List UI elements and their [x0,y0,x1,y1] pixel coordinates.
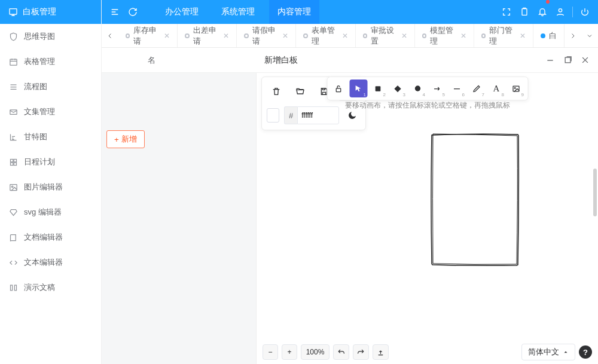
code-icon [8,258,18,267]
color-swatch[interactable] [267,108,279,123]
plus-icon: + [114,135,119,144]
diamond-tool[interactable]: 3 [389,79,407,97]
mail-icon [8,107,18,117]
canvas-rectangle-shape[interactable] [430,133,520,267]
add-button[interactable]: + 新增 [106,130,145,148]
sidebar-item-table[interactable]: 表格管理 [0,49,101,74]
tabs-scroll-right[interactable] [565,24,581,47]
upload-button[interactable] [373,344,389,360]
svg-rect-17 [336,88,341,91]
bell-icon[interactable] [536,6,548,18]
maximize-icon[interactable] [563,56,572,65]
power-icon[interactable] [579,6,591,18]
sidebar-item-label: 图片编辑器 [24,182,63,192]
sidebar-item-schedule[interactable]: 日程计划 [0,149,101,175]
sidebar-item-label: svg 编辑器 [24,207,62,218]
svg-rect-4 [14,159,16,161]
open-button[interactable] [291,82,310,101]
vertical-scrollbar[interactable] [593,169,597,216]
chevron-up-icon [563,349,569,355]
close-icon[interactable]: ✕ [164,32,170,40]
svg-rect-20 [513,86,519,91]
close-icon[interactable]: ✕ [460,32,466,40]
file-tab[interactable]: 表单管理✕ [296,24,355,47]
svg-rect-7 [10,184,16,190]
sidebar-item-text-editor[interactable]: 文本编辑器 [0,250,101,275]
sidebar-item-mindmap[interactable]: 思维导图 [0,24,101,49]
close-icon[interactable]: ✕ [282,32,288,40]
svg-rect-13 [565,57,570,63]
file-tab-active[interactable]: 白 [533,24,565,47]
nav-tab-system[interactable]: 系统管理 [213,0,263,24]
sidebar-item-collection[interactable]: 文集管理 [0,99,101,124]
file-tab[interactable]: 库存申请✕ [118,24,178,47]
zoom-out-button[interactable]: − [263,344,278,360]
svg-rect-15 [322,88,325,90]
svg-rect-5 [10,163,13,165]
file-tab[interactable]: 模型管理✕ [415,24,474,47]
file-tab[interactable]: 部门管理✕ [474,24,533,47]
svg-point-19 [414,85,420,91]
refresh-icon[interactable] [127,6,139,18]
tab-dot-icon [541,33,545,38]
tab-dot-icon [422,33,426,38]
svg-rect-11 [522,9,527,16]
columns-icon [8,283,18,292]
user-icon[interactable] [554,6,566,18]
svg-rect-3 [10,159,13,161]
redo-button[interactable] [353,344,369,360]
shape-toolbar: 1 2 3 4 5 6 7 A8 9 [327,77,528,100]
sidebar-item-label: 文集管理 [24,106,55,117]
fullscreen-icon[interactable] [501,6,512,18]
clipboard-icon[interactable] [518,6,530,18]
minimize-icon[interactable] [545,56,555,65]
column-label: 名 [148,55,155,66]
lock-tool[interactable] [329,79,347,97]
select-tool[interactable]: 1 [349,79,367,97]
close-icon[interactable]: ✕ [520,32,526,40]
sidebar-item-svg-editor[interactable]: svg 编辑器 [0,200,101,225]
svg-rect-9 [10,285,12,290]
nav-tab-office[interactable]: 办公管理 [157,0,207,24]
draw-tool[interactable]: 7 [468,79,486,97]
tabs-dropdown[interactable] [581,24,598,47]
file-tab[interactable]: 请假申请✕ [237,24,296,47]
sidebar-item-presentation[interactable]: 演示文稿 [0,275,101,300]
file-tab[interactable]: 出差申请✕ [178,24,237,47]
file-tab[interactable]: 审批设置✕ [356,24,415,47]
tabs-scroll-left[interactable] [102,24,118,47]
hex-input[interactable] [297,106,339,124]
close-icon[interactable]: ✕ [401,32,407,40]
rectangle-tool[interactable]: 2 [369,79,387,97]
nav-tab-content[interactable]: 内容管理 [269,0,319,24]
grid-icon [8,157,18,167]
sidebar-item-label: 甘特图 [24,131,47,142]
svg-rect-6 [14,163,16,165]
tab-dot-icon [126,33,130,38]
image-tool[interactable]: 9 [507,79,525,97]
sidebar-item-label: 日程计划 [24,157,55,167]
close-icon[interactable]: ✕ [223,32,229,40]
sidebar-item-label: 流程图 [24,81,47,92]
help-button[interactable]: ? [579,345,592,359]
svg-rect-10 [14,285,16,290]
sidebar-item-doc-editor[interactable]: 文档编辑器 [0,225,101,250]
sidebar-item-flowchart[interactable]: 流程图 [0,74,101,99]
text-tool[interactable]: A8 [487,79,505,97]
line-tool[interactable]: 6 [448,79,466,97]
delete-button[interactable] [267,82,286,101]
sidebar-item-gantt[interactable]: 甘特图 [0,124,101,149]
hash-label: # [284,106,297,124]
undo-button[interactable] [333,344,349,360]
zoom-in-button[interactable]: + [282,344,297,360]
tab-dot-icon [185,33,189,38]
language-selector[interactable]: 简体中文 [521,344,575,360]
sidebar-item-label: 演示文稿 [24,282,55,293]
close-icon[interactable] [581,56,590,65]
ellipse-tool[interactable]: 4 [408,79,426,97]
sidebar-item-image-editor[interactable]: 图片编辑器 [0,175,101,200]
collapse-sidebar-icon[interactable] [109,6,121,18]
close-icon[interactable]: ✕ [342,32,348,40]
zoom-level[interactable]: 100% [301,344,329,360]
arrow-tool[interactable]: 5 [428,79,446,97]
